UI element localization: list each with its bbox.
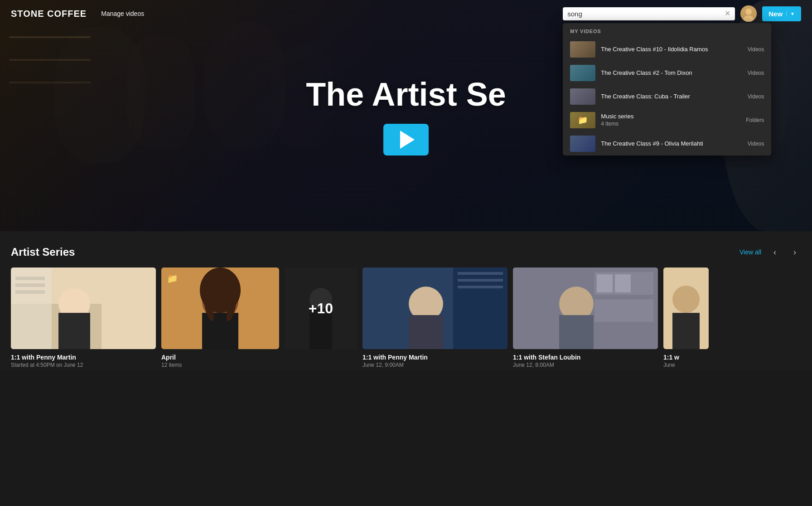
card-info: 1:1 w June	[663, 349, 709, 370]
header: STONE COFFEE Manage videos ✕ MY VIDEOS T…	[0, 0, 812, 27]
search-input-wrap: ✕	[563, 7, 735, 20]
svg-rect-6	[58, 313, 90, 349]
card-thumbnail	[362, 268, 508, 349]
bottom-section: Artist Series View all ‹ ›	[0, 231, 812, 370]
video-card[interactable]: 1:1 with Penny Martin June 12, 9:00AM	[362, 268, 508, 370]
search-clear-icon[interactable]: ✕	[725, 10, 730, 17]
folder-card[interactable]: 📁 April 12 items	[161, 268, 279, 370]
dropdown-item[interactable]: The Creative Class #10 - Ildolidia Ramos…	[563, 38, 771, 61]
card-thumb-bg	[663, 268, 709, 349]
logo: STONE COFFEE	[11, 9, 87, 19]
avatar[interactable]	[740, 5, 757, 22]
result-thumbnail	[570, 65, 595, 81]
card-subtitle: June	[663, 362, 709, 368]
svg-rect-38	[672, 313, 700, 349]
overlay-count: +10	[285, 268, 357, 349]
card-subtitle: June 12, 9:00AM	[362, 362, 508, 368]
card-title: April	[161, 354, 279, 361]
result-thumbnail	[570, 136, 595, 152]
card-thumbnail	[663, 268, 709, 349]
result-type: Videos	[748, 70, 764, 76]
result-type: Videos	[748, 93, 764, 100]
result-title: The Creative Class: Cuba - Trailer	[601, 93, 742, 100]
card-thumbnail	[11, 268, 156, 349]
card-thumbnail: +10	[285, 268, 357, 349]
card-info: 1:1 with Penny Martin Started at 4:50PM …	[11, 349, 156, 370]
card-thumbnail	[513, 268, 658, 349]
svg-rect-33	[615, 274, 631, 292]
dropdown-item[interactable]: The Creative Class #9 - Olivia Merilahti…	[563, 132, 771, 156]
card-subtitle: 12 items	[161, 362, 279, 368]
section-controls: View all ‹ ›	[740, 246, 801, 258]
search-container: ✕ MY VIDEOS The Creative Class #10 - Ild…	[563, 7, 735, 20]
manage-videos-nav[interactable]: Manage videos	[101, 10, 144, 17]
result-title: The Creative Class #9 - Olivia Merilahti	[601, 140, 742, 147]
result-thumbnail: 📁	[570, 112, 595, 128]
result-info: The Creative Class: Cuba - Trailer	[601, 93, 742, 100]
result-title: The Creative Class #10 - Ildolidia Ramos	[601, 46, 742, 53]
result-type: Folders	[746, 117, 764, 123]
new-button-chevron-icon: ▼	[786, 11, 795, 16]
search-input[interactable]	[567, 10, 725, 18]
svg-rect-35	[559, 315, 594, 349]
svg-rect-32	[597, 274, 613, 292]
video-card[interactable]: 1:1 with Penny Martin Started at 4:50PM …	[11, 268, 156, 370]
card-info: April 12 items	[161, 349, 279, 370]
video-card[interactable]: 1:1 with Stefan Loubin June 12, 8:00AM	[513, 268, 658, 370]
svg-rect-13	[202, 313, 238, 349]
result-info: The Creative Class #9 - Olivia Merilahti	[601, 140, 742, 147]
svg-rect-31	[594, 299, 653, 322]
card-thumb-bg	[11, 268, 156, 349]
next-arrow-icon[interactable]: ›	[788, 246, 801, 258]
card-title: 1:1 with Stefan Loubin	[513, 354, 658, 361]
search-dropdown: MY VIDEOS The Creative Class #10 - Ildol…	[563, 23, 771, 156]
svg-point-1	[745, 9, 752, 15]
result-thumbnail	[570, 88, 595, 105]
section-header: Artist Series View all ‹ ›	[11, 246, 801, 258]
result-thumbnail	[570, 41, 595, 58]
card-info: 1:1 with Stefan Loubin June 12, 8:00AM	[513, 349, 658, 370]
svg-rect-27	[409, 315, 443, 349]
svg-rect-25	[458, 286, 503, 288]
card-thumb-bg	[161, 268, 279, 349]
card-info: 1:1 with Penny Martin June 12, 9:00AM	[362, 349, 508, 370]
new-button[interactable]: New ▼	[762, 6, 801, 21]
result-sub: 4 items	[601, 121, 740, 127]
section-title: Artist Series	[11, 246, 75, 258]
folder-icon: 📁	[167, 273, 178, 284]
view-all-link[interactable]: View all	[740, 248, 761, 256]
dropdown-item[interactable]: The Creative Class: Cuba - Trailer Video…	[563, 85, 771, 108]
svg-point-37	[672, 286, 700, 313]
play-button[interactable]	[383, 124, 429, 156]
card-title: 1:1 w	[663, 354, 709, 361]
multi-card[interactable]: +10	[285, 268, 357, 370]
result-type: Videos	[748, 141, 764, 147]
hero-title: The Artist Se	[306, 76, 506, 113]
result-info: The Creative Class #10 - Ildolidia Ramos	[601, 46, 742, 53]
svg-rect-9	[15, 283, 45, 287]
prev-arrow-icon[interactable]: ‹	[768, 246, 781, 258]
card-info	[285, 349, 357, 356]
dropdown-item[interactable]: The Creative Class #2 - Tom Dixon Videos	[563, 61, 771, 85]
card-thumb-bg	[513, 268, 658, 349]
result-title: The Creative Class #2 - Tom Dixon	[601, 69, 742, 76]
result-type: Videos	[748, 46, 764, 53]
dropdown-section-title: MY VIDEOS	[563, 23, 771, 38]
card-thumb-bg	[362, 268, 508, 349]
new-button-label: New	[768, 10, 783, 18]
card-subtitle: Started at 4:50PM on June 12	[11, 362, 156, 368]
card-title: 1:1 with Penny Martin	[362, 354, 508, 361]
svg-rect-10	[15, 290, 45, 294]
cards-row: 1:1 with Penny Martin Started at 4:50PM …	[11, 268, 801, 370]
card-thumbnail: 📁	[161, 268, 279, 349]
video-card[interactable]: 1:1 w June	[663, 268, 709, 370]
svg-rect-23	[458, 272, 503, 275]
card-title: 1:1 with Penny Martin	[11, 354, 156, 361]
result-info: The Creative Class #2 - Tom Dixon	[601, 69, 742, 76]
result-info: Music series 4 items	[601, 113, 740, 127]
result-title: Music series	[601, 113, 740, 120]
svg-rect-8	[15, 277, 45, 280]
dropdown-item[interactable]: 📁 Music series 4 items Folders	[563, 108, 771, 132]
play-icon	[400, 131, 415, 149]
card-subtitle: June 12, 8:00AM	[513, 362, 658, 368]
